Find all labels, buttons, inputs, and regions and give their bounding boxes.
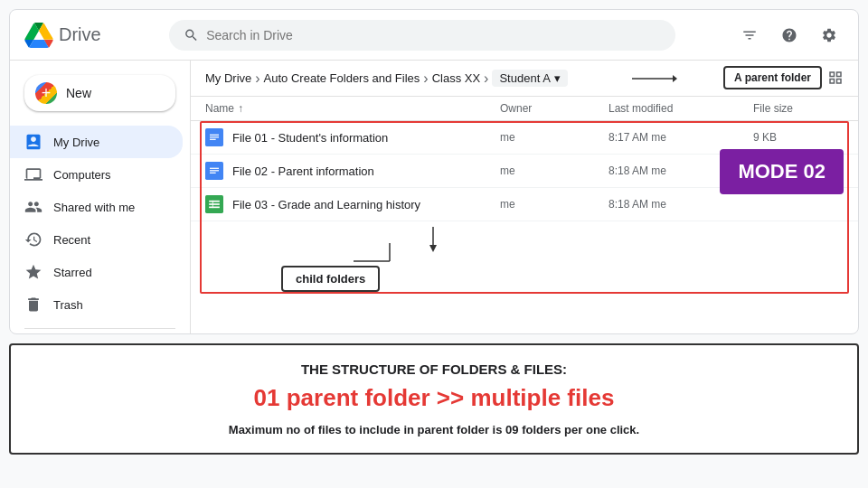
starred-icon (24, 263, 42, 281)
drive-header: Drive (10, 10, 858, 61)
breadcrumb-auto-create[interactable]: Auto Create Folders and Files (264, 71, 420, 85)
shared-icon (24, 198, 42, 216)
drive-logo-icon (24, 23, 53, 48)
sheets-icon (205, 195, 223, 213)
owner-0: me (500, 131, 609, 144)
svg-rect-3 (210, 135, 219, 136)
search-icon (184, 27, 199, 43)
file-rows: File 01 - Student's information me 8:17 … (191, 121, 858, 221)
new-button[interactable]: + New (24, 75, 175, 111)
sidebar-item-label: Starred (53, 266, 92, 279)
breadcrumb-class[interactable]: Class XX (432, 71, 480, 85)
svg-rect-12 (209, 203, 220, 205)
svg-marker-18 (429, 245, 437, 252)
sidebar: + New My Drive Computers Shared with (10, 61, 191, 334)
drive-section: Drive (9, 9, 859, 334)
svg-marker-1 (673, 75, 677, 82)
sidebar-item-label: Recent (53, 233, 90, 247)
svg-rect-9 (210, 173, 216, 174)
app-title: Drive (59, 24, 101, 45)
bottom-subtitle: 01 parent folder >> multiple files (254, 384, 615, 412)
size-0: 9 KB (753, 131, 844, 144)
content-area: My Drive › Auto Create Folders and Files… (191, 61, 858, 334)
docs-icon (205, 162, 223, 180)
modified-0: 8:17 AM me (609, 131, 753, 144)
file-list-header: Name ↑ Owner Last modified File size (191, 97, 858, 121)
svg-rect-11 (209, 201, 220, 202)
sidebar-item-label: Computers (53, 168, 111, 182)
help-icon[interactable] (775, 21, 804, 50)
grid-view-icon[interactable] (827, 70, 844, 89)
col-size: File size (753, 102, 844, 115)
sidebar-item-my-drive[interactable]: My Drive (10, 126, 183, 158)
col-name[interactable]: Name ↑ (205, 102, 500, 115)
settings-icon[interactable] (815, 21, 844, 50)
bottom-section: THE STRUCTURE OF FOLDERS & FILES: 01 par… (9, 343, 859, 455)
breadcrumb-my-drive[interactable]: My Drive (205, 71, 251, 85)
sidebar-item-shared[interactable]: Shared with me (10, 191, 183, 223)
sidebar-item-label: My Drive (53, 136, 99, 149)
parent-folder-callout: A parent folder (723, 66, 822, 89)
filter-icon[interactable] (735, 21, 764, 50)
sidebar-item-label: Trash (53, 298, 83, 312)
mode-badge: MODE 02 (720, 149, 844, 194)
plus-icon: + (35, 82, 57, 104)
file-name-2: File 03 - Grade and Learning history (205, 195, 500, 213)
file-name-0: File 01 - Student's information (205, 128, 500, 146)
bottom-title: THE STRUCTURE OF FOLDERS & FILES: (301, 361, 567, 377)
sidebar-item-recent[interactable]: Recent (10, 223, 183, 256)
my-drive-icon (24, 133, 42, 151)
sidebar-item-label: Shared with me (53, 201, 135, 214)
search-bar[interactable] (169, 20, 675, 51)
svg-rect-7 (210, 168, 219, 169)
sidebar-item-computers[interactable]: Computers (10, 158, 183, 191)
sidebar-item-trash[interactable]: Trash (10, 288, 183, 321)
search-input[interactable] (206, 28, 661, 42)
callout-arrow (632, 71, 677, 86)
bottom-note: Maximum no of files to include in parent… (229, 423, 639, 436)
col-owner: Owner (500, 102, 609, 115)
sidebar-item-starred[interactable]: Starred (10, 256, 183, 288)
header-icons (721, 21, 844, 50)
breadcrumb: My Drive › Auto Create Folders and Files… (191, 61, 858, 97)
col-modified: Last modified (609, 102, 753, 115)
child-folders-label: child folders (281, 266, 380, 292)
svg-rect-4 (210, 136, 219, 137)
modified-2: 8:18 AM me (609, 198, 753, 211)
recent-icon (24, 230, 42, 249)
owner-1: me (500, 164, 609, 177)
breadcrumb-current[interactable]: Student A ▾ (492, 70, 567, 87)
drive-main: + New My Drive Computers Shared with (10, 61, 858, 334)
docs-icon (205, 128, 223, 146)
owner-2: me (500, 198, 609, 211)
svg-rect-8 (210, 170, 219, 171)
drive-logo: Drive (24, 23, 169, 48)
file-name-1: File 02 - Parent information (205, 162, 500, 180)
svg-rect-13 (209, 207, 220, 209)
svg-rect-5 (210, 139, 216, 140)
down-arrow (426, 227, 440, 258)
computers-icon (24, 165, 42, 183)
trash-icon (24, 296, 42, 314)
